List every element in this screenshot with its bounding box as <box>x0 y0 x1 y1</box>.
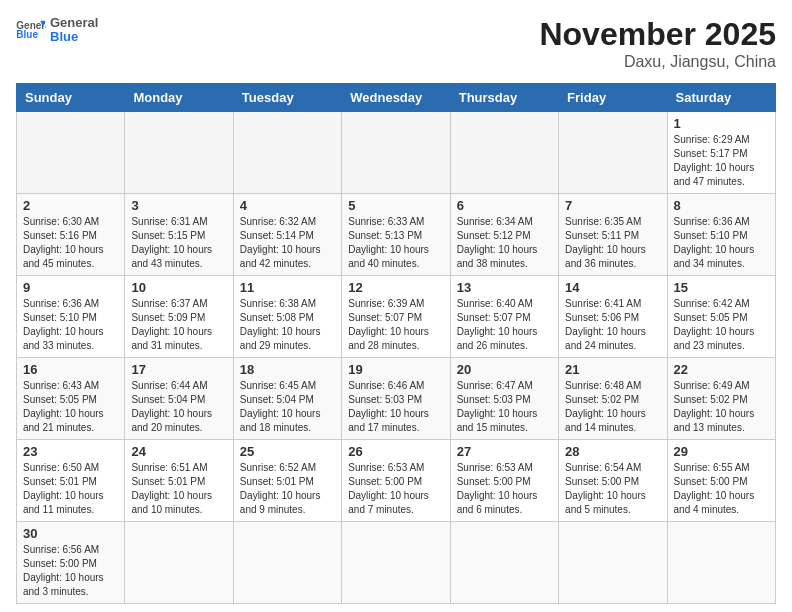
calendar-cell: 9Sunrise: 6:36 AMSunset: 5:10 PMDaylight… <box>17 276 125 358</box>
calendar-cell: 30Sunrise: 6:56 AMSunset: 5:00 PMDayligh… <box>17 522 125 604</box>
weekday-header-sunday: Sunday <box>17 84 125 112</box>
calendar-week-row: 2Sunrise: 6:30 AMSunset: 5:16 PMDaylight… <box>17 194 776 276</box>
day-content: Sunrise: 6:39 AMSunset: 5:07 PMDaylight:… <box>348 297 443 353</box>
calendar-week-row: 30Sunrise: 6:56 AMSunset: 5:00 PMDayligh… <box>17 522 776 604</box>
day-number: 8 <box>674 198 769 213</box>
day-number: 16 <box>23 362 118 377</box>
calendar-cell: 5Sunrise: 6:33 AMSunset: 5:13 PMDaylight… <box>342 194 450 276</box>
day-content: Sunrise: 6:43 AMSunset: 5:05 PMDaylight:… <box>23 379 118 435</box>
calendar-cell: 28Sunrise: 6:54 AMSunset: 5:00 PMDayligh… <box>559 440 667 522</box>
calendar-cell <box>233 522 341 604</box>
day-content: Sunrise: 6:45 AMSunset: 5:04 PMDaylight:… <box>240 379 335 435</box>
day-number: 11 <box>240 280 335 295</box>
day-content: Sunrise: 6:46 AMSunset: 5:03 PMDaylight:… <box>348 379 443 435</box>
day-content: Sunrise: 6:42 AMSunset: 5:05 PMDaylight:… <box>674 297 769 353</box>
day-content: Sunrise: 6:37 AMSunset: 5:09 PMDaylight:… <box>131 297 226 353</box>
calendar-cell: 22Sunrise: 6:49 AMSunset: 5:02 PMDayligh… <box>667 358 775 440</box>
month-title: November 2025 <box>539 16 776 53</box>
day-content: Sunrise: 6:53 AMSunset: 5:00 PMDaylight:… <box>457 461 552 517</box>
day-number: 26 <box>348 444 443 459</box>
calendar-cell: 11Sunrise: 6:38 AMSunset: 5:08 PMDayligh… <box>233 276 341 358</box>
calendar-cell: 1Sunrise: 6:29 AMSunset: 5:17 PMDaylight… <box>667 112 775 194</box>
day-number: 18 <box>240 362 335 377</box>
day-number: 7 <box>565 198 660 213</box>
day-number: 9 <box>23 280 118 295</box>
calendar-cell: 2Sunrise: 6:30 AMSunset: 5:16 PMDaylight… <box>17 194 125 276</box>
logo: General Blue General Blue <box>16 16 98 45</box>
day-content: Sunrise: 6:30 AMSunset: 5:16 PMDaylight:… <box>23 215 118 271</box>
day-content: Sunrise: 6:50 AMSunset: 5:01 PMDaylight:… <box>23 461 118 517</box>
day-number: 27 <box>457 444 552 459</box>
calendar-cell <box>559 522 667 604</box>
day-number: 20 <box>457 362 552 377</box>
calendar-cell: 19Sunrise: 6:46 AMSunset: 5:03 PMDayligh… <box>342 358 450 440</box>
calendar-cell <box>342 522 450 604</box>
day-content: Sunrise: 6:56 AMSunset: 5:00 PMDaylight:… <box>23 543 118 599</box>
weekday-header-tuesday: Tuesday <box>233 84 341 112</box>
day-content: Sunrise: 6:32 AMSunset: 5:14 PMDaylight:… <box>240 215 335 271</box>
day-content: Sunrise: 6:51 AMSunset: 5:01 PMDaylight:… <box>131 461 226 517</box>
title-area: November 2025 Daxu, Jiangsu, China <box>539 16 776 71</box>
logo-blue: Blue <box>50 30 98 44</box>
day-number: 15 <box>674 280 769 295</box>
calendar-cell: 3Sunrise: 6:31 AMSunset: 5:15 PMDaylight… <box>125 194 233 276</box>
calendar-cell: 14Sunrise: 6:41 AMSunset: 5:06 PMDayligh… <box>559 276 667 358</box>
day-number: 10 <box>131 280 226 295</box>
day-content: Sunrise: 6:53 AMSunset: 5:00 PMDaylight:… <box>348 461 443 517</box>
calendar-cell: 17Sunrise: 6:44 AMSunset: 5:04 PMDayligh… <box>125 358 233 440</box>
calendar-cell: 8Sunrise: 6:36 AMSunset: 5:10 PMDaylight… <box>667 194 775 276</box>
calendar-week-row: 1Sunrise: 6:29 AMSunset: 5:17 PMDaylight… <box>17 112 776 194</box>
weekday-header-monday: Monday <box>125 84 233 112</box>
weekday-header-saturday: Saturday <box>667 84 775 112</box>
calendar-cell: 20Sunrise: 6:47 AMSunset: 5:03 PMDayligh… <box>450 358 558 440</box>
day-number: 3 <box>131 198 226 213</box>
day-number: 28 <box>565 444 660 459</box>
calendar-cell: 10Sunrise: 6:37 AMSunset: 5:09 PMDayligh… <box>125 276 233 358</box>
day-content: Sunrise: 6:52 AMSunset: 5:01 PMDaylight:… <box>240 461 335 517</box>
day-content: Sunrise: 6:44 AMSunset: 5:04 PMDaylight:… <box>131 379 226 435</box>
day-number: 6 <box>457 198 552 213</box>
day-content: Sunrise: 6:29 AMSunset: 5:17 PMDaylight:… <box>674 133 769 189</box>
day-content: Sunrise: 6:47 AMSunset: 5:03 PMDaylight:… <box>457 379 552 435</box>
calendar-cell: 4Sunrise: 6:32 AMSunset: 5:14 PMDaylight… <box>233 194 341 276</box>
calendar-cell: 29Sunrise: 6:55 AMSunset: 5:00 PMDayligh… <box>667 440 775 522</box>
calendar: SundayMondayTuesdayWednesdayThursdayFrid… <box>16 83 776 604</box>
calendar-cell: 6Sunrise: 6:34 AMSunset: 5:12 PMDaylight… <box>450 194 558 276</box>
day-content: Sunrise: 6:40 AMSunset: 5:07 PMDaylight:… <box>457 297 552 353</box>
day-number: 19 <box>348 362 443 377</box>
day-number: 23 <box>23 444 118 459</box>
calendar-cell: 18Sunrise: 6:45 AMSunset: 5:04 PMDayligh… <box>233 358 341 440</box>
day-number: 2 <box>23 198 118 213</box>
logo-general: General <box>50 16 98 30</box>
day-content: Sunrise: 6:35 AMSunset: 5:11 PMDaylight:… <box>565 215 660 271</box>
day-content: Sunrise: 6:33 AMSunset: 5:13 PMDaylight:… <box>348 215 443 271</box>
calendar-cell <box>342 112 450 194</box>
calendar-cell: 7Sunrise: 6:35 AMSunset: 5:11 PMDaylight… <box>559 194 667 276</box>
calendar-cell <box>667 522 775 604</box>
day-number: 17 <box>131 362 226 377</box>
day-content: Sunrise: 6:38 AMSunset: 5:08 PMDaylight:… <box>240 297 335 353</box>
calendar-cell: 16Sunrise: 6:43 AMSunset: 5:05 PMDayligh… <box>17 358 125 440</box>
day-number: 12 <box>348 280 443 295</box>
calendar-cell: 12Sunrise: 6:39 AMSunset: 5:07 PMDayligh… <box>342 276 450 358</box>
calendar-week-row: 9Sunrise: 6:36 AMSunset: 5:10 PMDaylight… <box>17 276 776 358</box>
calendar-cell: 13Sunrise: 6:40 AMSunset: 5:07 PMDayligh… <box>450 276 558 358</box>
calendar-cell <box>17 112 125 194</box>
day-content: Sunrise: 6:41 AMSunset: 5:06 PMDaylight:… <box>565 297 660 353</box>
day-number: 13 <box>457 280 552 295</box>
calendar-cell: 24Sunrise: 6:51 AMSunset: 5:01 PMDayligh… <box>125 440 233 522</box>
weekday-header-friday: Friday <box>559 84 667 112</box>
weekday-header-thursday: Thursday <box>450 84 558 112</box>
day-content: Sunrise: 6:49 AMSunset: 5:02 PMDaylight:… <box>674 379 769 435</box>
day-content: Sunrise: 6:54 AMSunset: 5:00 PMDaylight:… <box>565 461 660 517</box>
svg-text:Blue: Blue <box>16 29 38 40</box>
calendar-week-row: 23Sunrise: 6:50 AMSunset: 5:01 PMDayligh… <box>17 440 776 522</box>
day-content: Sunrise: 6:31 AMSunset: 5:15 PMDaylight:… <box>131 215 226 271</box>
calendar-cell: 27Sunrise: 6:53 AMSunset: 5:00 PMDayligh… <box>450 440 558 522</box>
calendar-cell: 15Sunrise: 6:42 AMSunset: 5:05 PMDayligh… <box>667 276 775 358</box>
calendar-cell <box>125 522 233 604</box>
day-number: 1 <box>674 116 769 131</box>
day-number: 25 <box>240 444 335 459</box>
day-number: 22 <box>674 362 769 377</box>
day-number: 30 <box>23 526 118 541</box>
